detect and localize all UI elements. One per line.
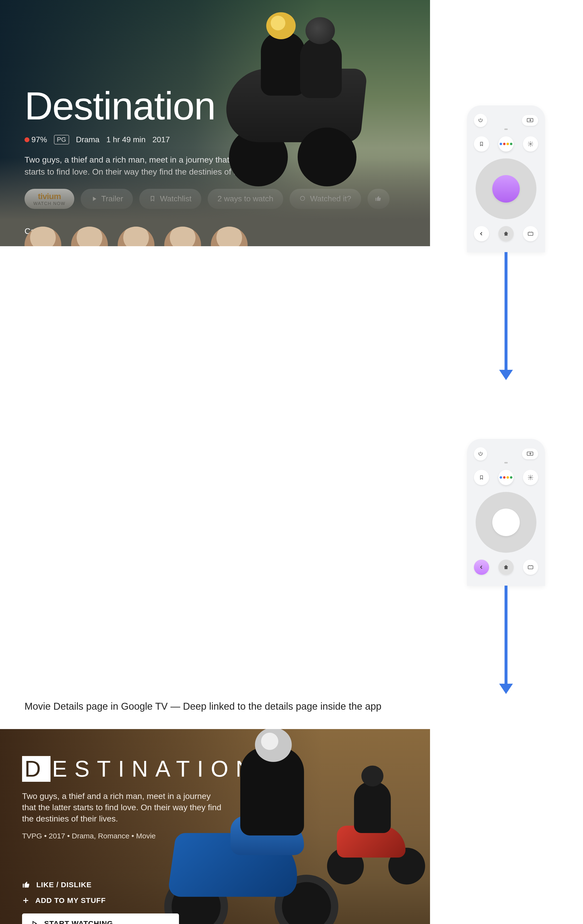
stream-button[interactable]: [523, 559, 538, 575]
score: 97%: [31, 135, 47, 144]
power-button[interactable]: [474, 114, 487, 127]
assistant-button[interactable]: [498, 470, 514, 485]
input-button[interactable]: [522, 115, 538, 126]
add-to-my-stuff-button[interactable]: ADD TO MY STUFF: [22, 896, 179, 905]
cast-avatar[interactable]: [164, 226, 201, 246]
back-button[interactable]: [474, 226, 489, 241]
runtime: 1 hr 49 min: [106, 135, 146, 144]
play-icon: [31, 920, 38, 924]
assistant-dot-icon: [500, 143, 502, 145]
svg-rect-3: [528, 232, 533, 236]
flow-arrow-2: [499, 586, 513, 694]
bookmark-button[interactable]: [474, 470, 489, 485]
rating-chip: PG: [54, 135, 69, 144]
input-button[interactable]: [522, 449, 538, 459]
settings-button[interactable]: [523, 136, 538, 152]
tomato-icon: [25, 137, 30, 142]
assistant-button[interactable]: [498, 136, 514, 152]
dpad-select-button[interactable]: [492, 175, 520, 203]
start-label: START WATCHING: [44, 919, 113, 924]
dpad-ring[interactable]: [476, 158, 537, 219]
dpad-ring[interactable]: [476, 492, 537, 553]
assistant-dot-icon: [510, 143, 512, 145]
add-label: ADD TO MY STUFF: [35, 896, 105, 905]
home-button[interactable]: [498, 226, 514, 241]
google-tv-details-panel: Destination 97% PG Drama 1 hr 49 min 201…: [0, 0, 430, 246]
cast-avatar[interactable]: [25, 226, 61, 246]
start-watching-button[interactable]: START WATCHING: [22, 914, 179, 924]
like-dislike-button[interactable]: LIKE / DISLIKE: [22, 881, 179, 889]
panel1-caption: Movie Details page in Google TV — Deep l…: [25, 701, 583, 712]
settings-button[interactable]: [523, 470, 538, 485]
power-button[interactable]: [474, 447, 487, 460]
mic-hole-icon: [504, 462, 508, 464]
app-details-panel: DESTINATION Two guys, a thief and a rich…: [0, 729, 430, 924]
bookmark-button[interactable]: [474, 136, 489, 152]
thumb-up-icon: [22, 881, 30, 889]
svg-rect-6: [528, 566, 533, 569]
cast-avatar[interactable]: [211, 226, 248, 246]
cast-avatar[interactable]: [118, 226, 155, 246]
stream-button[interactable]: [523, 226, 538, 241]
dpad-select-button[interactable]: [492, 508, 520, 536]
svg-point-5: [530, 477, 531, 478]
remote-1: [467, 106, 545, 252]
plus-icon: [22, 897, 30, 904]
genre: Drama: [76, 135, 100, 144]
home-button[interactable]: [498, 559, 514, 575]
assistant-dot-icon: [503, 143, 506, 145]
flow-arrow-1: [499, 252, 513, 380]
remote-2: [467, 439, 545, 586]
cast-row: [25, 226, 248, 246]
back-button-highlighted[interactable]: [474, 559, 489, 575]
cast-avatar[interactable]: [71, 226, 108, 246]
mic-hole-icon: [504, 129, 508, 130]
like-label: LIKE / DISLIKE: [36, 881, 92, 889]
svg-point-2: [530, 143, 531, 145]
assistant-dot-icon: [507, 143, 509, 145]
